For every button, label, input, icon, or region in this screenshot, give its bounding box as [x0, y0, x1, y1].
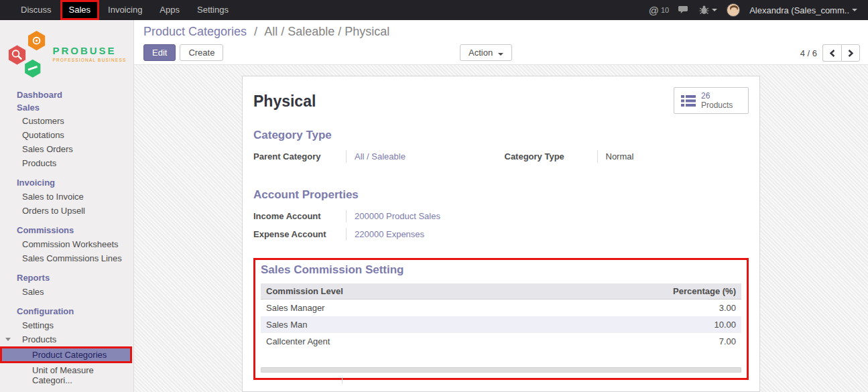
- chevron-right-icon: [848, 50, 853, 57]
- navbar-systray: @ 10 Alexandra (Sales_comm..: [649, 0, 868, 20]
- nav-menu-item[interactable]: Apps: [151, 0, 188, 20]
- section-heading-account-properties: Account Properties: [253, 188, 749, 202]
- messages-icon[interactable]: [678, 5, 690, 15]
- debug-bug-icon[interactable]: [699, 5, 717, 15]
- sidebar-item-label: Settings: [22, 320, 54, 330]
- action-label: Action: [469, 48, 493, 58]
- sidebar-menu-item[interactable]: Unit of Measure Categori...: [0, 363, 133, 387]
- breadcrumb-separator: /: [254, 25, 257, 38]
- sidebar-item-label: Sales: [22, 287, 44, 297]
- column-header-percentage[interactable]: Percentage (%): [525, 283, 741, 300]
- sidebar-menu: Dashboard Sales Customers Quotations Sal…: [0, 88, 133, 392]
- sidebar-item-label: Customers: [22, 116, 64, 126]
- commission-level-cell[interactable]: Callcenter Agent: [261, 333, 525, 350]
- products-stat-button[interactable]: 26 Products: [674, 87, 749, 114]
- user-menu[interactable]: Alexandra (Sales_comm..: [749, 5, 857, 15]
- sidebar-menu-item[interactable]: Orders to Upsell: [0, 204, 133, 218]
- sidebar-menu-item[interactable]: Sales Orders: [0, 142, 133, 156]
- sidebar-item-label: Dashboard: [17, 90, 62, 100]
- stat-count: 26: [701, 91, 733, 101]
- income-account-value-link[interactable]: 200000 Product Sales: [346, 210, 501, 222]
- category-type-value: Normal: [597, 150, 749, 163]
- income-account-field: Income Account 200000 Product Sales: [253, 210, 501, 222]
- sidebar-menu-item[interactable]: Sales: [0, 101, 133, 114]
- sidebar-item-label: Sales Orders: [22, 144, 73, 154]
- annotation-box-commission-section: Sales Commission Setting Commission Leve…: [253, 258, 749, 380]
- breadcrumb-root-link[interactable]: Product Categories: [143, 25, 247, 38]
- edit-button[interactable]: Edit: [143, 44, 176, 61]
- sidebar-item-label: Reports: [17, 273, 50, 283]
- breadcrumb-current: All / Saleable / Physical: [264, 25, 389, 38]
- user-name: Alexandra (Sales_comm..: [749, 5, 849, 15]
- commission-table-row[interactable]: Sales Manager 3.00: [261, 300, 741, 317]
- chevron-down-icon: [712, 9, 717, 11]
- sidebar-menu-item[interactable]: Products: [0, 332, 133, 346]
- sidebar-menu-item[interactable]: Commissions: [0, 223, 133, 237]
- sidebar-menu-item[interactable]: Dashboard: [0, 88, 133, 101]
- commission-table-row[interactable]: Sales Man 10.00: [261, 316, 741, 333]
- field-label: Parent Category: [253, 150, 346, 163]
- logo-title: PROBUSE: [52, 45, 126, 56]
- sidebar-menu-item[interactable]: Commission Worksheets: [0, 237, 133, 251]
- probuse-logo[interactable]: PROBUSE PROFESSIONAL BUSINESS: [4, 29, 129, 78]
- sidebar-item-label: Invoicing: [17, 178, 55, 188]
- sidebar-item-label: Products: [22, 158, 56, 168]
- column-header-commission-level[interactable]: Commission Level: [261, 283, 525, 300]
- main-area: Product Categories / All / Saleable / Ph…: [134, 20, 868, 392]
- form-view-background: Physical 26 Products Category Type: [134, 65, 868, 392]
- sidebar-item-label: Quotations: [22, 130, 64, 140]
- nav-menu-item[interactable]: Discuss: [12, 0, 60, 20]
- mention-count: 10: [661, 6, 669, 14]
- sidebar-menu-item[interactable]: Settings: [0, 318, 133, 332]
- list-icon: [681, 95, 696, 107]
- sidebar-menu-item[interactable]: Sales: [0, 285, 133, 299]
- percentage-cell[interactable]: 10.00: [525, 316, 741, 333]
- sidebar-menu-item[interactable]: Product Categories: [0, 346, 132, 363]
- sidebar-item-label: Unit of Measure Categori...: [32, 365, 94, 385]
- mentions-counter[interactable]: @ 10: [649, 5, 669, 16]
- horizontal-scrollbar[interactable]: [261, 367, 741, 373]
- field-separator-line: [342, 377, 343, 384]
- field-label: Expense Account: [253, 228, 346, 241]
- sidebar: PROBUSE PROFESSIONAL BUSINESS Dashboard …: [0, 20, 134, 392]
- expense-account-value-link[interactable]: 220000 Expenses: [346, 228, 501, 241]
- create-button[interactable]: Create: [180, 44, 223, 61]
- table-empty-space: [261, 350, 741, 367]
- pager-previous-button[interactable]: [822, 44, 841, 62]
- logo-subtitle: PROFESSIONAL BUSINESS: [52, 58, 126, 62]
- sidebar-menu-item[interactable]: Products: [0, 156, 133, 170]
- sidebar-menu-item[interactable]: Reports: [0, 271, 133, 285]
- action-dropdown-button[interactable]: Action: [460, 44, 512, 61]
- percentage-cell[interactable]: 3.00: [525, 300, 741, 317]
- pager-next-button[interactable]: [841, 44, 860, 62]
- breadcrumb: Product Categories / All / Saleable / Ph…: [143, 25, 389, 39]
- sidebar-item-label: Product Categories: [32, 350, 107, 360]
- nav-menu-item[interactable]: Settings: [188, 0, 237, 20]
- sidebar-item-label: Configuration: [17, 306, 74, 316]
- nav-menu-item[interactable]: Sales: [60, 0, 100, 20]
- sidebar-menu-item[interactable]: Sales to Invoice: [0, 190, 133, 204]
- sidebar-menu-item[interactable]: Configuration: [0, 304, 133, 318]
- probuse-logo-text: PROBUSE PROFESSIONAL BUSINESS: [52, 45, 126, 62]
- at-icon: @: [649, 5, 659, 16]
- parent-category-field: Parent Category All / Saleable: [253, 150, 498, 163]
- commission-table-row[interactable]: Callcenter Agent 7.00: [261, 333, 741, 350]
- sidebar-item-label: Sales to Invoice: [22, 192, 84, 202]
- percentage-cell[interactable]: 7.00: [525, 333, 741, 350]
- chevron-down-icon: [852, 9, 857, 11]
- sidebar-menu-item[interactable]: Quotations: [0, 128, 133, 142]
- commission-level-cell[interactable]: Sales Man: [261, 316, 525, 333]
- section-heading-category-type: Category Type: [253, 129, 749, 142]
- sidebar-item-label: Sales: [17, 103, 40, 113]
- parent-category-value-link[interactable]: All / Saleable: [346, 150, 498, 163]
- sidebar-menu-item[interactable]: Customers: [0, 114, 133, 128]
- sidebar-item-label: Products: [22, 334, 56, 344]
- record-pager: 4 / 6: [800, 44, 860, 62]
- probuse-logo-icon: [7, 29, 48, 78]
- sidebar-menu-item[interactable]: Sales Commissions Lines: [0, 251, 133, 265]
- sidebar-menu-item[interactable]: Invoicing: [0, 176, 133, 190]
- nav-menu-item[interactable]: Invoicing: [99, 0, 151, 20]
- user-avatar[interactable]: [727, 3, 740, 17]
- commission-level-cell[interactable]: Sales Manager: [261, 300, 525, 317]
- chevron-down-icon: [498, 53, 503, 56]
